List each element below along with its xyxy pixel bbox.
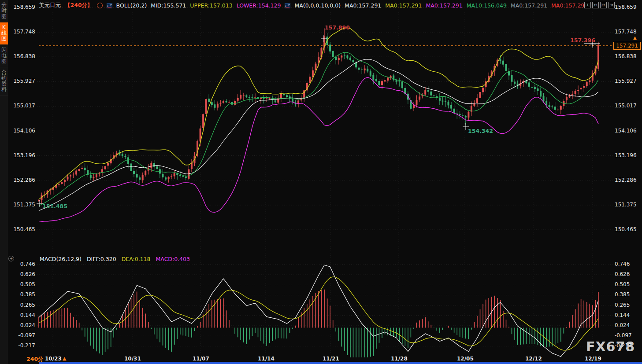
date-axis-label: 11/21	[323, 356, 339, 362]
price-axis-right-label: 154.106	[615, 128, 637, 134]
sidebar-tab-kline-chart[interactable]: K线图	[0, 22, 8, 45]
macd-label: MACD(26,12,9)	[40, 256, 82, 262]
ma-value-5: MA0:157.291	[511, 2, 547, 9]
indicator-toggle-icon[interactable]: +	[8, 256, 14, 261]
drag-tool-icon[interactable]: +	[584, 2, 591, 8]
price-axis-right-label: 157.748	[615, 29, 637, 35]
macd-axis-right-label: 0.265	[615, 302, 630, 308]
macd-diff-value: DIFF:0.320	[87, 256, 116, 262]
horizontal-scrollbar[interactable]	[39, 362, 642, 364]
macd-axis-right-label: 0.144	[615, 312, 630, 318]
ma-value-3: MA0:157.291	[426, 2, 463, 9]
price-annotation: 157.396	[570, 37, 595, 44]
scale-right-icon[interactable]: ↦	[600, 2, 607, 8]
current-price-box: 157.291	[613, 42, 641, 50]
macd-axis-right-label: 0.385	[615, 291, 630, 298]
boll-upper-value: UPPER:157.013	[190, 2, 232, 9]
date-axis-label: 12/19	[585, 356, 601, 362]
period-label[interactable]: 【240分】	[65, 2, 93, 9]
price-axis-right-label: 158.659	[615, 4, 637, 10]
shift-right-icon[interactable]: ⇥	[608, 2, 615, 8]
macd-axis-right-label: -0.097	[615, 332, 632, 338]
boll-chart-icon[interactable]	[107, 3, 112, 8]
chart-toolbar: + ↤ ↦ ⇥	[584, 2, 615, 8]
macd-header: MACD(26,12,9) DIFF:0.320 DEA:0.118 MACD:…	[40, 256, 190, 262]
ma-value-2: MA0:157.291	[385, 2, 422, 9]
sidebar: 分时图 K线图 闪电图 合约资料	[0, 0, 8, 364]
indicator-header: 美元日元 【240分】 BOLL(20,2) MID:155.571 UPPER…	[39, 2, 588, 9]
ma-chart-icon[interactable]	[285, 3, 290, 8]
date-axis-label: 12/05	[457, 356, 474, 362]
ma-label: MA(0,0,0,10,0,0)	[294, 2, 341, 9]
kline-chart-app: 美元日元 【240分】 BOLL(20,2) MID:155.571 UPPER…	[0, 0, 642, 364]
ma10-value: MA10:156.049	[467, 2, 507, 9]
date-axis-label: 10/23	[45, 356, 62, 362]
macd-axis-right-label: 0.505	[615, 281, 630, 287]
macd-axis-right-label: 0.024	[615, 322, 630, 328]
date-axis-label: 11/14	[258, 356, 275, 362]
date-axis-label: 10/31	[124, 356, 141, 362]
period-selector-arrow-icon[interactable]: ▲	[63, 356, 66, 361]
boll-mid-value: MID:155.571	[151, 2, 186, 9]
date-axis-label: 11/07	[193, 356, 209, 362]
price-axis-right-label: 155.927	[615, 78, 637, 84]
price-up-arrow-icon: ▲	[633, 35, 637, 40]
scale-left-icon[interactable]: ↤	[592, 2, 599, 8]
sidebar-tab-flash-chart[interactable]: 闪电图	[0, 45, 8, 67]
boll-label: BOLL(20,2)	[116, 2, 147, 9]
price-annotation: 154.342	[468, 128, 493, 134]
ma-value-6: MA0:157.291	[551, 2, 588, 9]
date-axis-label: 11/28	[391, 356, 408, 362]
sidebar-tab-time-chart[interactable]: 分时图	[0, 0, 8, 22]
price-axis-right-label: 152.286	[615, 177, 637, 183]
macd-axis-right-label: 0.626	[615, 271, 630, 277]
boll-lower-value: LOWER:154.129	[237, 2, 281, 9]
symbol-title: 美元日元	[39, 2, 61, 9]
price-annotation: 151.485	[42, 203, 67, 210]
sidebar-tab-contract-info[interactable]: 合约资料	[0, 67, 8, 96]
price-axis-right-label: 156.838	[615, 53, 637, 59]
price-annotation: 157.890	[325, 24, 350, 31]
ma-value-1: MA0:157.291	[345, 2, 381, 9]
macd-dea-value: DEA:0.118	[122, 256, 151, 262]
macd-value: MACD:0.403	[156, 256, 190, 262]
macd-axis-right-label: 0.746	[615, 261, 630, 267]
remove-indicator-icon[interactable]	[97, 3, 103, 8]
price-axis-right-label: 150.465	[615, 226, 637, 232]
date-axis-label: 12/12	[525, 356, 542, 362]
price-axis-right-label: 155.017	[615, 103, 637, 109]
macd-axis-right-label: -0.217	[615, 342, 632, 349]
chart-canvas[interactable]	[0, 0, 642, 364]
price-axis-right-label: 151.375	[615, 202, 637, 208]
price-axis-right-label: 153.196	[615, 152, 637, 158]
